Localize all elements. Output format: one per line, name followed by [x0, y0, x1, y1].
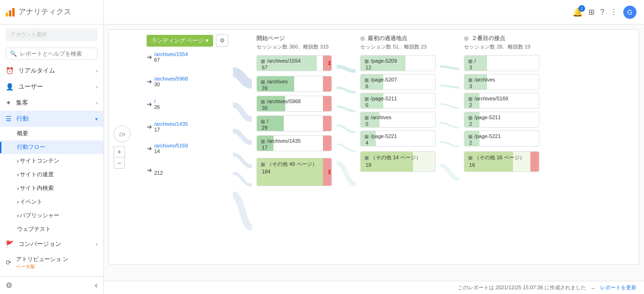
step1-node-4[interactable]: ▦ /page-5221 4: [360, 131, 436, 147]
chevron-icon: ›: [96, 84, 98, 90]
sidebar-item-behavior[interactable]: ☰ 行動 ▾: [0, 111, 103, 127]
chevron-icon: ›: [96, 100, 98, 106]
settings-icon[interactable]: ⚙: [6, 281, 12, 290]
step1-col-header: 最初の過過地点 セッション数 51、離脱数 23: [360, 34, 436, 50]
conversion-icon: 🚩: [6, 240, 14, 248]
start-node-1[interactable]: ▦ /archives 39: [256, 76, 332, 92]
landing-page-column: ランディング ページ ▾ ⚙ ➜ /archives/1554: [142, 34, 233, 189]
grid-button[interactable]: ⊞: [588, 8, 594, 16]
page-icon: ▦: [261, 162, 265, 167]
sidebar-footer: ⚙ ‹: [0, 276, 103, 294]
connector-1: [233, 34, 252, 189]
step1-node-3[interactable]: ▦ /archives 5: [360, 112, 436, 128]
step2-col-header: ２番目の接点 セッション数 28、離脱数 19: [464, 34, 539, 50]
start-node-2[interactable]: ▦ /archives/5968 30: [256, 96, 332, 112]
start-col-stats: セッション数 366、離脱数 315: [256, 43, 332, 50]
sidebar-sub-behavior-flow[interactable]: 行動フロー: [0, 140, 103, 154]
sidebar-sub-events[interactable]: ›イベント: [0, 195, 103, 209]
start-node-5[interactable]: ▦ （その他 49 ページ） 184 ⬇: [256, 158, 332, 186]
attribution-icon: ⟳: [6, 258, 11, 267]
sidebar-item-audience[interactable]: ✦ 集客 ›: [0, 95, 103, 111]
start-node-0[interactable]: ▦ /archives/1554 67 ⬇: [256, 55, 332, 71]
sidebar-sub-publisher[interactable]: ›パブリッシャー: [0, 209, 103, 222]
step2-node-4[interactable]: ▦ /page-5221 2: [464, 131, 539, 147]
page-icon: ▦: [364, 96, 369, 101]
step2-node-1[interactable]: ▦ /archives 3: [464, 74, 539, 90]
step2-node-0[interactable]: ▦ / 3: [464, 55, 539, 71]
step1-node-0[interactable]: ▦ /page-5209 12: [360, 55, 436, 71]
sidebar-item-conversion[interactable]: 🚩 コンバージョン ›: [0, 236, 103, 252]
chevron-down-icon: ▾: [95, 116, 98, 122]
landing-settings-button[interactable]: ⚙: [216, 34, 228, 47]
zoom-controls: + −: [114, 146, 131, 169]
users-icon: 👤: [6, 83, 14, 90]
notification-badge: 2: [578, 5, 585, 12]
page-icon: ▦: [468, 96, 472, 101]
logo-icon: [6, 8, 15, 16]
top-bar: 🔔 2 ⊞ ? ⋮ G: [104, 0, 644, 24]
home-arrow-icon: ⌂›: [119, 130, 125, 138]
more-button[interactable]: ⋮: [610, 8, 618, 16]
landing-node-1[interactable]: ➜ /archives/5968 30: [147, 76, 228, 87]
step1-column: 最初の過過地点 セッション数 51、離脱数 23 ▦ /page-5209 12: [355, 34, 440, 189]
step2-node-2[interactable]: ▦ /archives/5169 2: [464, 93, 539, 109]
landing-node-5[interactable]: ➜ 212: [147, 164, 228, 176]
landing-node-0[interactable]: ➜ /archives/1554 67: [147, 51, 228, 63]
start-col-header: 開始ページ セッション数 366、離脱数 315: [256, 34, 332, 50]
exit-arrow-icon: ⬇: [327, 168, 332, 176]
landing-node-3[interactable]: ➜ /archives/1435 17: [147, 121, 228, 132]
sidebar-sub-site-speed[interactable]: ›サイトの速度: [0, 168, 103, 181]
zoom-out-button[interactable]: −: [114, 157, 125, 169]
exit-arrow-icon: ⬇: [327, 59, 332, 67]
sidebar-sub-site-content[interactable]: ›サイトコンテン: [0, 154, 103, 168]
step2-node-3[interactable]: ▦ /page-5211 2: [464, 112, 539, 128]
update-report-link[interactable]: レポートを更新: [600, 284, 636, 291]
avatar[interactable]: G: [623, 6, 636, 19]
app-title: アナリティクス: [18, 7, 71, 17]
step1-col-title: 最初の過過地点: [360, 34, 436, 42]
step2-col-stats: セッション数 28、離脱数 19: [464, 43, 539, 50]
chevron-icon: ›: [96, 68, 98, 74]
sidebar-sub-webtest[interactable]: ウェブテスト: [0, 222, 103, 236]
page-icon: ▦: [261, 58, 265, 64]
step2-column: ２番目の接点 セッション数 28、離脱数 19 ▦ / 3: [459, 34, 544, 189]
page-icon: ▦: [468, 77, 472, 82]
page-icon: ▦: [468, 115, 472, 120]
landing-node-4[interactable]: ➜ /archives/5169 14: [147, 143, 228, 154]
step1-col-stats: セッション数 51、離脱数 23: [360, 43, 436, 50]
sidebar-item-attribution[interactable]: ⟳ アトリビューショ ン ベータ版: [0, 252, 103, 273]
zoom-in-button[interactable]: +: [114, 146, 125, 157]
sidebar-item-realtime[interactable]: ⏰ リアルタイム ›: [0, 63, 103, 79]
arrow-right-icon: ➜: [147, 53, 152, 61]
notifications-button[interactable]: 🔔 2: [572, 7, 583, 17]
content-footer: このレポートは 2021/12/25 15:07:36 に作成されました – レ…: [104, 281, 644, 294]
sidebar-item-users[interactable]: 👤 ユーザー ›: [0, 79, 103, 95]
step1-node-1[interactable]: ▦ /page-5207 6: [360, 74, 436, 90]
step1-node-2[interactable]: ▦ /page-5211 6: [360, 93, 436, 109]
help-button[interactable]: ?: [600, 8, 604, 16]
step1-node-5[interactable]: ▦ （その他 14 ページ） 18: [360, 151, 436, 172]
start-node-3[interactable]: ▦ / 29: [256, 115, 332, 131]
behavior-icon: ☰: [6, 115, 12, 122]
sidebar-header: アナリティクス: [0, 0, 103, 24]
step2-col-title: ２番目の接点: [464, 34, 539, 42]
page-icon: ▦: [468, 134, 472, 139]
account-selector[interactable]: アカウント選択: [6, 28, 98, 41]
collapse-sidebar-icon[interactable]: ‹: [95, 280, 98, 290]
grid-icon: ⊞: [588, 8, 594, 16]
navigate-back-button[interactable]: ⌂›: [114, 125, 131, 142]
arrow-right-icon: ➜: [147, 123, 152, 131]
start-node-4[interactable]: ▦ /archives/1435 17: [256, 135, 332, 151]
content-area: ⌂› + − ランディング ページ ▾: [104, 24, 644, 281]
sidebar-sub-site-search[interactable]: ›サイト内検索: [0, 181, 103, 195]
sidebar-sub-overview[interactable]: 概要: [0, 127, 103, 140]
arrow-right-icon: ➜: [147, 166, 152, 174]
chevron-icon: ›: [96, 242, 98, 247]
landing-node-2[interactable]: ➜ / 26: [147, 98, 228, 110]
step2-node-5[interactable]: ▦ （その他 16 ページ） 16: [464, 151, 539, 172]
search-input[interactable]: [20, 50, 93, 57]
arrow-right-icon: ➜: [147, 100, 152, 108]
help-icon: ?: [600, 8, 604, 16]
landing-page-dropdown[interactable]: ランディング ページ ▾: [147, 35, 213, 47]
page-icon: ▦: [261, 99, 265, 104]
